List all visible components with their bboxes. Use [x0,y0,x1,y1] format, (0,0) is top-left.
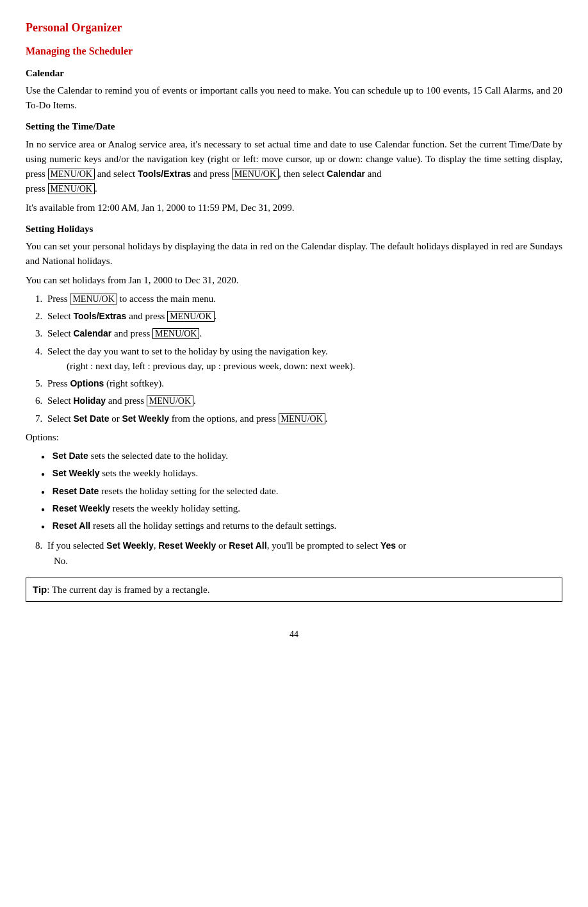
step-6: Select Holiday and press MENU/OK. [45,394,562,408]
menu-ok-kbd-3: MENU/OK [48,183,95,194]
tip-text: : The current day is framed by a rectang… [47,585,209,595]
holidays-steps: Press MENU/OK to access the main menu. S… [45,292,562,426]
holidays-para1: You can set your personal holidays by di… [26,239,562,269]
step2-kbd: MENU/OK [167,311,214,322]
page-number: 44 [26,628,562,642]
bullet-reset-all: Reset All resets all the holiday setting… [38,519,562,533]
step-5: Press Options (right softkey). [45,376,562,391]
options-bullet-list: Set Date sets the selected date to the h… [38,449,562,533]
step-1: Press MENU/OK to access the main menu. [45,292,562,306]
bullet-reset-weekly: Reset Weekly resets the weekly holiday s… [38,501,562,516]
bullet-set-date: Set Date sets the selected date to the h… [38,449,562,463]
calendar-heading: Calendar [26,66,562,81]
step4-sub: (right : next day, left : previous day, … [67,361,355,371]
set-weekly-bold: Set Weekly [53,468,100,478]
step8-yes: Yes [380,540,396,551]
step8-reset-weekly: Reset Weekly [158,540,216,551]
step8-no: No. [54,556,68,566]
step1-kbd: MENU/OK [70,294,117,304]
step7-kbd: MENU/OK [279,413,325,424]
bullet-reset-date: Reset Date resets the holiday setting fo… [38,484,562,499]
setting-time-date-heading: Setting the Time/Date [26,119,562,134]
section-title: Managing the Scheduler [26,44,562,60]
reset-all-bold: Reset All [53,520,90,531]
step-7: Select Set Date or Set Weekly from the o… [45,412,562,426]
tip-box: Tip: The current day is framed by a rect… [26,578,562,602]
reset-weekly-bold: Reset Weekly [53,503,110,513]
step2-tools: Tools/Extras [73,311,126,321]
step-4: Select the day you want to set to the ho… [45,344,562,374]
calendar-intro: Use the Calendar to remind you of events… [26,83,562,113]
options-label: Options: [26,430,562,445]
setting-holidays-heading: Setting Holidays [26,222,562,237]
step3-kbd: MENU/OK [152,328,199,339]
step-3: Select Calendar and press MENU/OK. [45,326,562,341]
step7-set-date: Set Date [73,413,109,424]
setting-time-date-para: In no service area or Analog service are… [26,137,562,197]
tip-label: Tip [33,584,47,595]
step6-kbd: MENU/OK [147,395,193,406]
available-text: It's available from 12:00 AM, Jan 1, 200… [26,201,562,215]
step8-reset-all: Reset All [229,540,266,551]
step8-set-weekly: Set Weekly [106,540,154,551]
set-date-bold: Set Date [53,451,88,461]
tools-extras-label: Tools/Extras [138,169,191,179]
holidays-para2: You can set holidays from Jan 1, 2000 to… [26,273,562,288]
step-8: If you selected Set Weekly, Reset Weekly… [45,538,562,569]
menu-ok-kbd-1: MENU/OK [48,169,95,179]
step3-calendar: Calendar [73,328,111,338]
bullet-set-weekly: Set Weekly sets the weekly holidays. [38,466,562,481]
reset-date-bold: Reset Date [53,486,99,496]
step8-list: If you selected Set Weekly, Reset Weekly… [45,538,562,569]
step5-options: Options [70,378,104,388]
step-2: Select Tools/Extras and press MENU/OK. [45,309,562,324]
page-title: Personal Organizer [26,19,562,37]
step6-holiday: Holiday [73,395,106,406]
calendar-label: Calendar [327,169,365,179]
menu-ok-kbd-2: MENU/OK [232,169,279,179]
step7-set-weekly: Set Weekly [122,413,169,424]
